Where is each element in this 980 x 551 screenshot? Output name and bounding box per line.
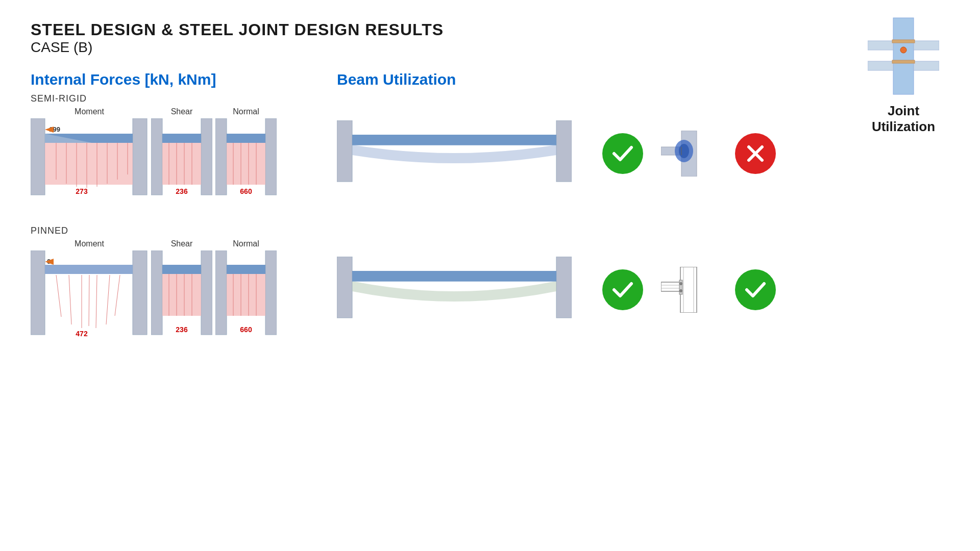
svg-rect-79 — [227, 274, 265, 316]
svg-rect-5 — [892, 40, 915, 43]
svg-rect-27 — [162, 143, 201, 185]
normal-svg-pinned: 660 — [215, 251, 277, 340]
svg-rect-56 — [45, 265, 133, 274]
svg-point-49 — [679, 144, 689, 158]
pinned-row: PINNED Moment — [31, 226, 949, 340]
svg-rect-8 — [31, 118, 45, 195]
svg-rect-24 — [151, 118, 162, 195]
svg-rect-78 — [227, 265, 265, 274]
moment-diagram-pinned: Moment — [31, 239, 148, 340]
svg-rect-26 — [162, 134, 201, 143]
svg-rect-25 — [201, 118, 212, 195]
svg-text:236: 236 — [176, 325, 188, 334]
normal-diagram-semi-rigid: Normal 660 — [215, 107, 277, 200]
normal-diagram-pinned: Normal 660 — [215, 239, 277, 340]
joint-3d-illustration — [868, 15, 939, 97]
internal-forces-header: Internal Forces [kN, kNm] — [31, 71, 337, 88]
svg-point-97 — [680, 289, 682, 292]
svg-rect-34 — [265, 118, 277, 195]
shear-diagram-semi-rigid: Shear — [151, 107, 212, 200]
semi-rigid-beam-util — [337, 120, 592, 187]
svg-rect-43 — [556, 120, 572, 182]
page-title: STEEL DESIGN & STEEL JOINT DESIGN RESULT… — [31, 20, 949, 39]
shear-label-semi: Shear — [171, 107, 193, 116]
check-icon-semi — [610, 141, 635, 166]
svg-rect-6 — [892, 60, 915, 63]
semi-rigid-diagrams: Moment — [31, 107, 949, 200]
shear-svg-semi: 236 — [151, 118, 212, 200]
svg-text:660: 660 — [240, 325, 252, 334]
pinned-results — [592, 267, 786, 313]
svg-line-62 — [106, 275, 110, 324]
svg-rect-76 — [215, 251, 227, 335]
pinned-joint-check — [735, 269, 776, 310]
joint-detail-pinned — [661, 267, 717, 313]
normal-label-semi: Normal — [233, 107, 259, 116]
moment-label-pinned: Moment — [75, 239, 104, 248]
svg-line-63 — [115, 275, 120, 316]
page-subtitle: CASE (B) — [31, 39, 949, 56]
svg-rect-4 — [914, 61, 939, 70]
svg-text:472: 472 — [76, 330, 88, 338]
shear-svg-pinned: 236 — [151, 251, 212, 340]
semi-rigid-label: SEMI-RIGID — [31, 93, 949, 104]
svg-rect-33 — [215, 118, 227, 195]
svg-rect-86 — [556, 257, 572, 318]
svg-rect-53 — [31, 251, 45, 335]
beam-util-svg-pinned — [337, 257, 572, 323]
joint-utilization-label: JointUtilization — [868, 103, 939, 135]
pinned-forces: Moment — [31, 239, 337, 340]
svg-rect-35 — [227, 134, 265, 143]
moment-diagram-semi-rigid: Moment — [31, 107, 148, 200]
svg-point-96 — [680, 282, 682, 285]
moment-svg-semi: -199 273 — [31, 118, 148, 200]
svg-rect-87 — [352, 271, 556, 281]
normal-label-pinned: Normal — [233, 239, 259, 248]
check-icon-pinned-joint — [743, 277, 768, 303]
all-diagram-rows: SEMI-RIGID Moment — [31, 93, 949, 340]
moment-svg-pinned: 0 472 — [31, 251, 148, 340]
svg-line-58 — [69, 275, 71, 324]
svg-marker-12 — [45, 143, 133, 185]
semi-rigid-joint-x — [735, 133, 776, 174]
joint-utilization-area: JointUtilization — [868, 15, 939, 135]
svg-rect-89 — [680, 267, 697, 313]
svg-rect-92 — [661, 282, 680, 291]
svg-rect-0 — [893, 18, 914, 94]
semi-rigid-beam-check — [602, 133, 643, 174]
svg-line-61 — [96, 275, 97, 328]
beam-util-svg-semi — [337, 120, 572, 187]
svg-rect-1 — [868, 41, 893, 50]
svg-point-7 — [900, 47, 906, 53]
moment-label-semi: Moment — [75, 107, 104, 116]
svg-text:273: 273 — [76, 187, 88, 195]
svg-line-57 — [56, 275, 61, 317]
shear-diagram-pinned: Shear 236 — [151, 239, 212, 340]
svg-rect-68 — [201, 251, 212, 335]
svg-text:236: 236 — [176, 187, 188, 195]
svg-rect-77 — [265, 251, 277, 335]
pinned-label: PINNED — [31, 226, 949, 236]
pinned-beam-util — [337, 257, 592, 323]
svg-rect-9 — [133, 118, 147, 195]
svg-rect-70 — [162, 274, 201, 316]
svg-rect-2 — [914, 41, 939, 50]
svg-rect-3 — [868, 61, 893, 70]
svg-rect-85 — [337, 257, 352, 318]
shear-label-pinned: Shear — [171, 239, 193, 248]
svg-rect-67 — [151, 251, 162, 335]
pinned-beam-check — [602, 269, 643, 310]
normal-svg-semi: 660 — [215, 118, 277, 200]
svg-rect-42 — [337, 120, 352, 182]
svg-rect-44 — [352, 135, 556, 145]
svg-line-60 — [89, 275, 89, 326]
svg-text:660: 660 — [240, 187, 252, 195]
semi-rigid-row: SEMI-RIGID Moment — [31, 93, 949, 200]
pinned-diagrams: Moment — [31, 239, 949, 340]
semi-rigid-results — [592, 131, 786, 177]
svg-rect-54 — [133, 251, 147, 335]
beam-utilization-header: Beam Utilization — [337, 71, 592, 88]
check-icon-pinned-beam — [610, 277, 635, 303]
x-icon-semi — [743, 141, 768, 166]
page-header: STEEL DESIGN & STEEL JOINT DESIGN RESULT… — [31, 20, 949, 56]
